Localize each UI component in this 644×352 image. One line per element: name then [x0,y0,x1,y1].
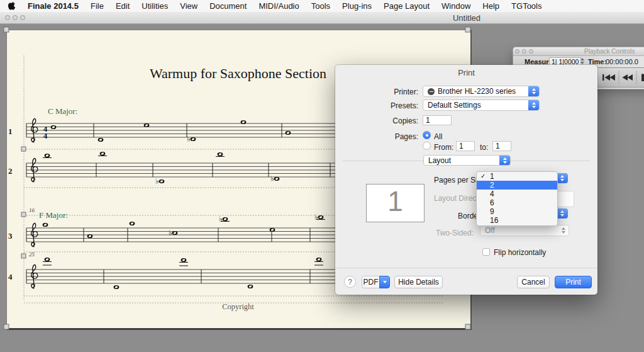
system-number-3: 3 [8,231,13,241]
svg-text:♭: ♭ [155,177,159,186]
menu-option-4[interactable]: 4 [477,190,557,198]
system-number-4: 4 [8,272,13,282]
pages-from-label: From: [434,143,453,152]
palette-minimize-button[interactable] [522,49,526,54]
printer-label: Printer: [360,88,418,96]
flip-horizontally-label: Flip horizontally [494,248,546,257]
menu-item-window[interactable]: Window [441,1,470,11]
apple-logo [8,1,16,11]
menu-item-finale[interactable]: Finale 2014.5 [28,1,79,11]
measure-number-25: 25 [29,251,35,258]
time-value: 00:00:00.0 [606,58,638,65]
apple-menu-icon[interactable] [8,1,16,11]
menu-option-6[interactable]: 6 [477,198,557,207]
border-popup-stepper[interactable] [557,208,568,219]
menu-item-page-layout[interactable]: Page Layout [384,1,430,11]
pages-per-sheet-menu[interactable]: ✓ 1 2 4 6 9 16 [476,171,558,226]
pdf-menu-stepper[interactable] [379,276,390,288]
menu-item-midi-audio[interactable]: MIDI/Audio [258,1,299,11]
system-number-2: 2 [8,166,13,176]
svg-text:♭: ♭ [219,215,223,224]
transport-buttons[interactable] [596,68,644,87]
pages-all-radio[interactable] [423,131,431,139]
cancel-button[interactable]: Cancel [517,276,550,288]
layout-direction-control-fragment [557,191,574,207]
printer-popup[interactable]: Brother HL-2230 series [423,86,540,97]
close-window-button[interactable] [5,15,10,20]
palette-titlebar[interactable]: Playback Controls [513,47,644,56]
pages-from-radio[interactable] [423,142,431,150]
flip-horizontally-checkbox[interactable] [482,248,490,256]
menu-item-file[interactable]: File [91,1,104,11]
print-dialog: Print Printer: Brother HL-2230 series Pr… [335,65,597,295]
minimize-window-button[interactable] [13,15,18,20]
skip-to-start-icon[interactable] [602,74,615,81]
copies-field[interactable]: 1 [423,115,452,125]
pdf-button[interactable]: PDF [362,276,390,288]
menu-option-2[interactable]: 2 [477,181,557,190]
hide-details-button[interactable]: Hide Details [394,276,443,288]
window-title: Untitled [453,13,480,23]
pages-to-label: to: [480,143,488,152]
menu-item-view[interactable]: View [180,1,197,11]
menu-option-1[interactable]: ✓ 1 [477,172,557,181]
expression-f-major[interactable]: F Major: [39,210,68,220]
menu-item-edit[interactable]: Edit [116,1,130,11]
pages-all-label: All [434,132,442,141]
menu-option-16[interactable]: 16 [477,216,557,225]
pages-per-sheet-popup-stepper[interactable] [557,173,568,183]
footer-divider [335,268,597,268]
measure-stepper[interactable] [579,57,585,65]
svg-text:♭: ♭ [187,135,191,144]
layout-preview: 1 [366,184,425,222]
checkmark-icon: ✓ [480,172,486,181]
menu-item-tools[interactable]: Tools [311,1,330,11]
printer-status-icon [428,88,435,95]
section-popup-stepper [499,156,510,165]
palette-zoom-button[interactable] [529,49,533,54]
presets-popup[interactable]: Default Settings [423,99,540,111]
screen: Finale 2014.5 File Edit Utilities View D… [0,0,644,352]
svg-text:4: 4 [43,132,48,140]
printer-popup-stepper [528,86,539,96]
two-sided-popup: Off [480,225,569,236]
presets-popup-stepper [528,100,539,110]
copies-label: Copies: [360,116,418,125]
pages-label: Pages: [360,132,418,141]
palette-close-button[interactable] [515,49,519,54]
document-window-titlebar[interactable]: Untitled [0,12,644,24]
svg-text:♭: ♭ [314,213,318,222]
to-field[interactable]: 1 [492,141,511,151]
copyright-text[interactable]: Copyright [6,302,470,312]
menu-item-document[interactable]: Document [209,1,247,11]
two-sided-popup-stepper [558,225,569,236]
system-number-1: 1 [8,127,13,137]
menu-item-help[interactable]: Help [482,1,499,11]
two-sided-label: Two-Sided: [436,229,480,237]
menu-item-plugins[interactable]: Plug-ins [342,1,372,11]
menu-item-utilities[interactable]: Utilities [142,1,168,11]
menu-item-tgtools[interactable]: TGTools [511,1,541,11]
presets-label: Presets: [360,101,418,110]
preview-page-number: 1 [367,186,424,217]
dialog-title: Print [335,68,597,77]
measure-number-16: 16 [29,207,35,213]
transport-toolbar[interactable] [596,67,644,88]
menu-option-9[interactable]: 9 [477,207,557,216]
print-button[interactable]: Print [555,276,592,288]
svg-text:♭: ♭ [169,229,172,237]
expression-c-major[interactable]: C Major: [48,106,77,116]
help-button[interactable]: ? [344,276,356,288]
menu-bar: Finale 2014.5 File Edit Utilities View D… [0,0,644,13]
section-popup[interactable]: Layout [423,155,511,166]
zoom-window-button[interactable] [20,15,25,20]
svg-text:♭: ♭ [270,174,274,183]
palette-title: Playback Controls [584,48,635,55]
rewind-icon[interactable] [623,74,633,81]
from-field[interactable]: 1 [456,141,475,151]
stop-icon[interactable] [641,74,644,82]
